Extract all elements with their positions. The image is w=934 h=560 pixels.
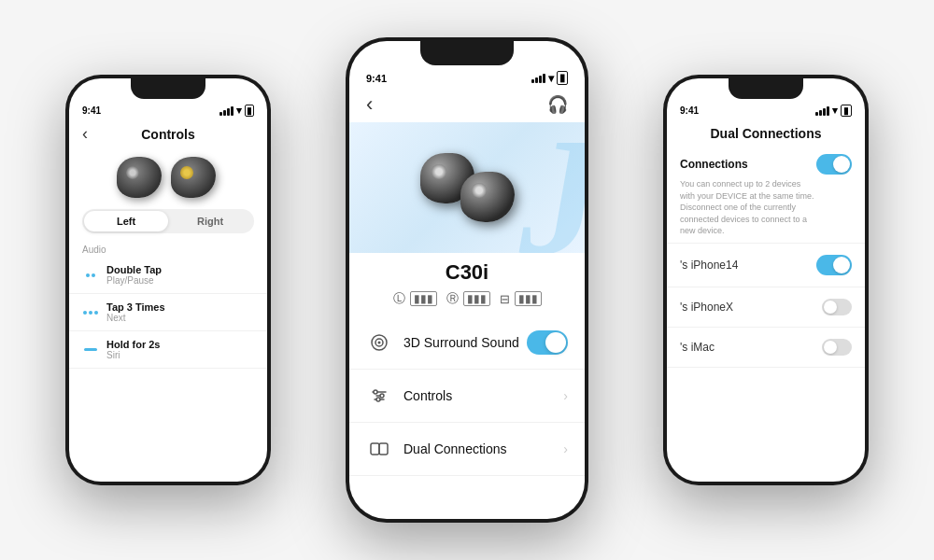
left-toggle-btn[interactable]: Left: [84, 211, 168, 231]
headphone-icon: 🎧: [547, 94, 568, 115]
signal-bars-center: [531, 74, 545, 83]
left-status-icons: ▾ ▮: [219, 105, 254, 117]
center-screen-content: 9:41 ▾ ▮ ‹ 🎧: [349, 41, 585, 519]
dual-label: Dual Connections: [403, 441, 563, 456]
right-page-title: Dual Connections: [667, 120, 865, 148]
device-toggle-iphone14[interactable]: [816, 255, 852, 275]
right-screen-content: 9:41 ▾ ▮ Dual Connections: [667, 78, 865, 482]
svg-point-5: [376, 398, 380, 401]
batt-right: Ⓡ ▮▮▮: [446, 290, 490, 307]
menu-item-3d-sound[interactable]: 3D Surround Sound: [349, 316, 585, 370]
back-button-left[interactable]: ‹: [82, 124, 88, 144]
svg-rect-7: [379, 443, 388, 455]
connections-label: Connections: [680, 158, 748, 171]
batt-left-icon: Ⓛ: [393, 290, 405, 307]
device-toggle-iphonex[interactable]: [822, 299, 852, 315]
hold-indicator: [82, 348, 99, 351]
surround-toggle[interactable]: [527, 330, 568, 355]
wifi-icon-center: ▾: [548, 72, 554, 85]
left-page-title: Controls: [141, 127, 195, 142]
control-item-tap3: Tap 3 Times Next: [69, 294, 267, 331]
hold-info: Hold for 2s Siri: [106, 339, 254, 360]
connections-description: You can connect up to 2 devices with you…: [680, 178, 852, 237]
batt-left: Ⓛ ▮▮▮: [393, 290, 437, 307]
batt-right-bar: ▮▮▮: [463, 291, 490, 306]
device-name-iphonex: 's iPhoneX: [680, 301, 733, 314]
center-earbuds: [420, 153, 515, 222]
dual-connections-section: Connections You can connect up to 2 devi…: [667, 148, 865, 244]
controls-chevron: ›: [563, 388, 568, 403]
control-item-hold: Hold for 2s Siri: [69, 331, 267, 369]
left-earbud-body: [117, 157, 162, 198]
audio-section-label: Audio: [69, 241, 267, 257]
svg-point-3: [374, 390, 377, 394]
dots-row: [86, 273, 95, 277]
batt-left-bar: ▮▮▮: [410, 291, 437, 306]
left-screen-content: 9:41 ▾ ▮ ‹ Controls: [69, 78, 267, 482]
dot-b: [89, 311, 92, 315]
tap3-info: Tap 3 Times Next: [106, 301, 254, 323]
product-display: J: [349, 122, 585, 253]
lr-toggle[interactable]: Left Right: [82, 209, 254, 233]
batt-case-bar: ▮▮▮: [515, 291, 542, 306]
double-tap-result: Play/Pause: [106, 275, 254, 286]
phone-left: 9:41 ▾ ▮ ‹ Controls: [65, 75, 271, 485]
right-toggle-btn[interactable]: Right: [168, 211, 252, 231]
battery-row: Ⓛ ▮▮▮ Ⓡ ▮▮▮ ⊟ ▮▮▮: [349, 290, 585, 316]
surround-label: 3D Surround Sound: [403, 335, 527, 350]
dot-2: [92, 273, 95, 277]
center-notch: [420, 41, 514, 65]
brand-j-letter: J: [519, 122, 585, 253]
device-item-iphonex: 's iPhoneX: [667, 287, 865, 328]
wifi-icon-right: ▾: [832, 105, 838, 117]
device-item-imac: 's iMac: [667, 328, 865, 368]
double-tap-indicator: [82, 273, 99, 277]
right-earbud-body: [171, 157, 216, 198]
left-screen: 9:41 ▾ ▮ ‹ Controls: [69, 78, 267, 482]
center-time: 9:41: [366, 73, 387, 84]
hold-line: [84, 348, 97, 351]
dual-icon: [366, 436, 392, 462]
svg-point-4: [380, 394, 384, 398]
phones-container: 9:41 ▾ ▮ ‹ Controls: [9, 9, 925, 551]
hold-result: Siri: [106, 350, 254, 360]
phone-right: 9:41 ▾ ▮ Dual Connections: [663, 75, 869, 485]
dot-a: [83, 311, 87, 315]
right-earbud: [171, 157, 219, 202]
svg-rect-6: [371, 443, 379, 455]
controls-icon: [366, 383, 392, 409]
connections-main-toggle[interactable]: [816, 154, 852, 175]
tap3-indicator: [82, 311, 99, 315]
hold-action: Hold for 2s: [106, 339, 254, 350]
back-button-center[interactable]: ‹: [366, 92, 373, 117]
menu-item-controls[interactable]: Controls ›: [349, 370, 585, 423]
wifi-icon-left: ▾: [236, 105, 242, 117]
double-tap-info: Double Tap Play/Pause: [106, 264, 254, 286]
batt-case-icon: ⊟: [500, 292, 510, 306]
double-tap-action: Double Tap: [106, 264, 254, 275]
dual-chevron: ›: [563, 441, 568, 456]
right-screen: 9:41 ▾ ▮ Dual Connections: [667, 78, 865, 482]
surround-icon: [366, 329, 392, 356]
left-earbud: [117, 157, 165, 202]
dots-row-3: [83, 311, 98, 315]
tap3-result: Next: [106, 313, 254, 323]
device-name-imac: 's iMac: [680, 341, 715, 354]
center-screen: 9:41 ▾ ▮ ‹ 🎧: [349, 41, 585, 519]
left-earbuds-image: [69, 149, 267, 205]
center-status-icons: ▾ ▮: [531, 71, 568, 85]
connections-row: Connections: [680, 154, 852, 175]
left-time: 9:41: [82, 105, 101, 116]
device-name-iphone14: 's iPhone14: [680, 259, 738, 272]
right-time: 9:41: [680, 105, 699, 116]
device-toggle-imac[interactable]: [822, 339, 852, 356]
dot-c: [94, 311, 98, 315]
battery-icon-center: ▮: [557, 71, 568, 85]
batt-right-icon: Ⓡ: [446, 290, 459, 307]
signal-bars-left: [219, 106, 234, 116]
battery-icon-right: ▮: [841, 105, 852, 117]
left-notch: [131, 78, 205, 99]
menu-item-dual[interactable]: Dual Connections ›: [349, 423, 585, 476]
dot-1: [86, 273, 90, 277]
batt-case: ⊟ ▮▮▮: [500, 291, 542, 306]
